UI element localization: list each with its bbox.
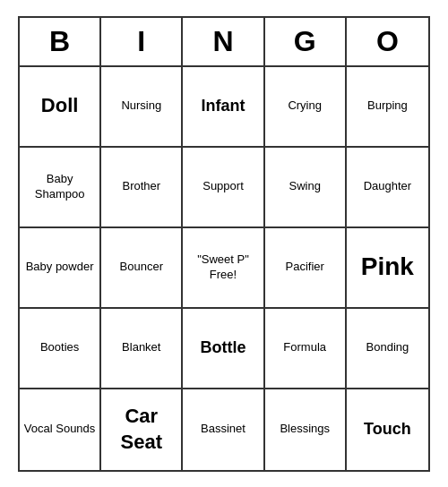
bingo-cell: Daughter [347, 148, 428, 228]
bingo-cell: Burping [347, 67, 428, 148]
header-letter: N [183, 18, 264, 65]
bingo-cell: Infant [183, 67, 264, 148]
bingo-header: BINGO [20, 18, 428, 67]
header-letter: O [347, 18, 428, 65]
bingo-cell: "Sweet P" Free! [183, 228, 264, 309]
bingo-card: BINGO DollNursingInfantCryingBurpingBaby… [18, 16, 430, 472]
bingo-cell: Bassinet [183, 389, 264, 470]
header-letter: B [20, 18, 101, 65]
header-letter: I [101, 18, 183, 65]
bingo-cell: Brother [101, 148, 183, 228]
bingo-cell: Baby powder [20, 228, 101, 309]
bingo-cell: Touch [347, 389, 428, 470]
bingo-cell: Bonding [347, 309, 428, 389]
bingo-cell: Baby Shampoo [20, 148, 101, 228]
bingo-cell: Pink [347, 228, 428, 309]
bingo-grid: DollNursingInfantCryingBurpingBaby Shamp… [20, 67, 428, 470]
bingo-cell: Bouncer [101, 228, 183, 309]
bingo-cell: Support [183, 148, 264, 228]
bingo-cell: Nursing [101, 67, 183, 148]
bingo-cell: Vocal Sounds [20, 389, 101, 470]
bingo-cell: Booties [20, 309, 101, 389]
bingo-cell: Crying [265, 67, 347, 148]
bingo-cell: Doll [20, 67, 101, 148]
header-letter: G [265, 18, 347, 65]
bingo-cell: Pacifier [265, 228, 347, 309]
bingo-cell: Swing [265, 148, 347, 228]
bingo-cell: Formula [265, 309, 347, 389]
bingo-cell: Bottle [183, 309, 264, 389]
bingo-cell: Blanket [101, 309, 183, 389]
bingo-cell: Car Seat [101, 389, 183, 470]
bingo-cell: Blessings [265, 389, 347, 470]
